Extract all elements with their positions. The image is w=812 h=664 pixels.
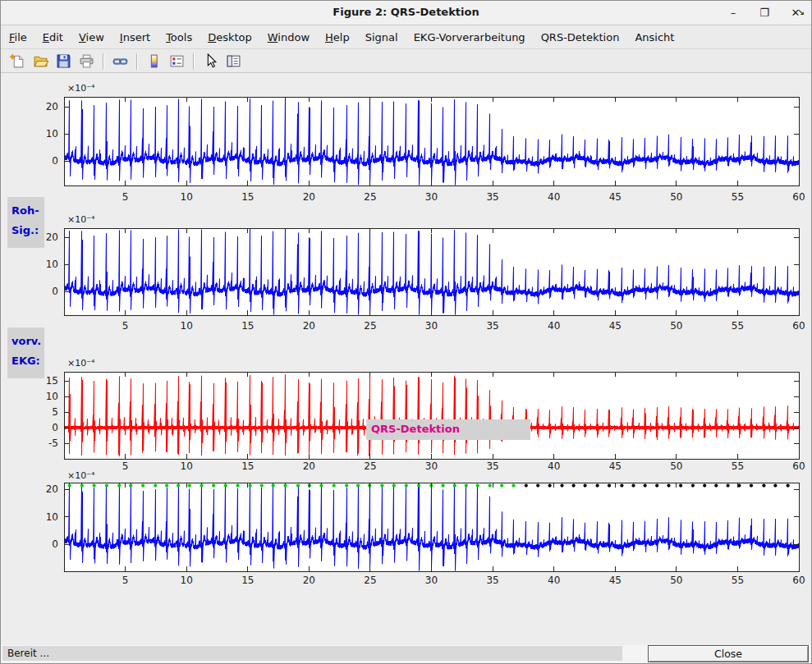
svg-text:10: 10 xyxy=(181,460,193,472)
preprocessed-ecg-label-line2: EKG: xyxy=(11,351,44,371)
statusbar: Bereit ... Close xyxy=(1,645,811,664)
qrs-detektion-title-text: QRS-Detektion xyxy=(371,423,460,435)
svg-text:0: 0 xyxy=(52,286,58,297)
figure-canvas: 5101520253035404550556001020×10⁻⁴5101520… xyxy=(1,74,812,645)
svg-text:55: 55 xyxy=(732,191,744,203)
svg-text:25: 25 xyxy=(364,191,376,203)
svg-text:45: 45 xyxy=(609,575,622,586)
svg-text:55: 55 xyxy=(732,460,744,472)
svg-text:-5: -5 xyxy=(48,437,58,449)
svg-text:25: 25 xyxy=(364,575,376,586)
plot-detekt: 5101520253035404550556001020×10⁻⁴ xyxy=(46,470,805,586)
svg-text:×10⁻⁴: ×10⁻⁴ xyxy=(67,470,95,481)
svg-text:0: 0 xyxy=(52,538,58,550)
status-message: Bereit ... xyxy=(2,646,622,661)
svg-text:20: 20 xyxy=(46,101,58,112)
raw-signal-label: Roh- Sig.: xyxy=(7,197,44,248)
svg-text:30: 30 xyxy=(425,191,438,203)
svg-text:55: 55 xyxy=(732,575,744,586)
svg-text:20: 20 xyxy=(46,483,58,495)
svg-text:55: 55 xyxy=(732,320,744,332)
svg-text:10: 10 xyxy=(46,128,58,140)
svg-text:15: 15 xyxy=(46,375,58,387)
svg-text:60: 60 xyxy=(792,320,805,332)
svg-text:40: 40 xyxy=(548,575,560,586)
svg-text:30: 30 xyxy=(425,320,438,332)
svg-text:5: 5 xyxy=(52,406,58,418)
svg-text:10: 10 xyxy=(181,191,193,203)
svg-text:×10⁻⁴: ×10⁻⁴ xyxy=(67,358,95,369)
svg-text:50: 50 xyxy=(670,320,682,332)
svg-text:5: 5 xyxy=(122,191,129,203)
figure-window: Figure 2: QRS-Detektion – ❐ ✕ FileEditVi… xyxy=(0,0,812,664)
svg-text:5: 5 xyxy=(122,460,129,472)
svg-text:20: 20 xyxy=(46,231,58,243)
svg-text:30: 30 xyxy=(425,460,438,472)
svg-text:10: 10 xyxy=(181,575,193,586)
svg-text:60: 60 xyxy=(792,191,805,203)
svg-text:35: 35 xyxy=(486,575,498,586)
svg-text:40: 40 xyxy=(548,460,560,472)
svg-text:45: 45 xyxy=(609,191,622,203)
svg-text:30: 30 xyxy=(425,575,438,586)
plot-roh: 5101520253035404550556001020×10⁻⁴ xyxy=(46,83,805,203)
svg-text:5: 5 xyxy=(122,320,129,332)
svg-text:35: 35 xyxy=(486,320,498,332)
preprocessed-ecg-label: vorv. EKG: xyxy=(7,327,44,378)
svg-text:15: 15 xyxy=(241,191,254,203)
plot-qrs: 51015202530354045505560-5051015×10⁻⁴ xyxy=(46,358,805,472)
raw-signal-label-line1: Roh- xyxy=(11,201,44,221)
qrs-detektion-title: QRS-Detektion xyxy=(366,419,530,440)
svg-text:40: 40 xyxy=(548,320,560,332)
svg-text:15: 15 xyxy=(241,575,254,586)
svg-text:60: 60 xyxy=(792,460,805,472)
svg-text:35: 35 xyxy=(486,460,498,472)
svg-text:50: 50 xyxy=(670,575,682,586)
svg-text:50: 50 xyxy=(670,191,682,203)
svg-text:0: 0 xyxy=(52,422,58,433)
svg-text:20: 20 xyxy=(303,575,315,586)
svg-text:15: 15 xyxy=(241,460,254,472)
svg-text:10: 10 xyxy=(46,391,58,402)
plots-svg: 5101520253035404550556001020×10⁻⁴5101520… xyxy=(1,1,812,664)
svg-text:15: 15 xyxy=(241,320,254,332)
svg-text:40: 40 xyxy=(548,191,560,203)
svg-text:5: 5 xyxy=(122,575,129,586)
close-button[interactable]: Close xyxy=(648,645,809,662)
svg-text:20: 20 xyxy=(303,460,315,472)
svg-text:20: 20 xyxy=(303,191,315,203)
svg-text:25: 25 xyxy=(364,460,376,472)
raw-signal-label-line2: Sig.: xyxy=(11,221,44,240)
svg-text:×10⁻⁴: ×10⁻⁴ xyxy=(67,214,95,225)
plot-vorv: 5101520253035404550556001020×10⁻⁴ xyxy=(46,214,805,332)
svg-text:45: 45 xyxy=(609,460,622,472)
svg-text:10: 10 xyxy=(46,259,58,270)
preprocessed-ecg-label-line1: vorv. xyxy=(11,332,44,351)
svg-text:20: 20 xyxy=(303,320,315,332)
svg-text:50: 50 xyxy=(670,460,682,472)
svg-text:10: 10 xyxy=(46,511,58,523)
svg-text:45: 45 xyxy=(609,320,622,332)
svg-text:10: 10 xyxy=(181,320,193,332)
svg-text:60: 60 xyxy=(792,575,805,586)
svg-text:0: 0 xyxy=(52,155,58,167)
svg-text:×10⁻⁴: ×10⁻⁴ xyxy=(67,83,95,94)
svg-text:35: 35 xyxy=(486,191,498,203)
svg-text:25: 25 xyxy=(364,320,376,332)
